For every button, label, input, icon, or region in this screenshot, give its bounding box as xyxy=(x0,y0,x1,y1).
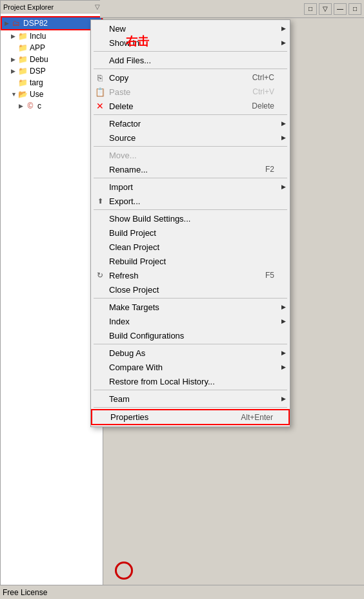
separator-10 xyxy=(94,407,287,408)
explorer-title: Project Explorer xyxy=(3,3,54,11)
menu-item-rebuild-project[interactable]: Rebuild Project xyxy=(91,254,290,268)
submenu-arrow-icon: ▶ xyxy=(281,350,286,356)
menu-item-add-files[interactable]: Add Files... xyxy=(91,53,290,67)
menu-item-debug-as[interactable]: Debug As ▶ xyxy=(91,346,290,360)
separator-5 xyxy=(94,178,287,178)
copy-icon: ⎘ xyxy=(95,72,105,83)
menu-item-refresh-label: Refresh xyxy=(109,271,252,280)
tree-item-label: Use xyxy=(30,90,43,99)
menu-item-rebuild-project-label: Rebuild Project xyxy=(109,257,274,266)
menu-item-import-label: Import xyxy=(109,182,274,192)
menu-item-properties-shortcut: Alt+Enter xyxy=(241,413,273,422)
separator-2 xyxy=(94,68,287,69)
project-explorer-panel: Project Explorer ▽ ▶ 🗂 DSP82 ▶ 📁 Inclu ▶… xyxy=(0,0,103,599)
explorer-collapse-icon[interactable]: ▽ xyxy=(95,3,100,10)
menu-item-team-label: Team xyxy=(109,394,274,404)
menu-item-index[interactable]: Index ▶ xyxy=(91,314,290,328)
menu-item-show-in[interactable]: Show In ▶ xyxy=(91,36,290,50)
tree-item-label: Debu xyxy=(30,55,48,64)
menu-item-refresh-shortcut: F5 xyxy=(265,271,274,280)
menu-item-refresh[interactable]: ↻ Refresh F5 xyxy=(91,268,290,282)
separator-8 xyxy=(94,344,287,344)
separator-6 xyxy=(94,209,287,210)
menu-item-delete[interactable]: ✕ Delete Delete xyxy=(91,99,290,113)
tree-item-dsp[interactable]: ▶ 📁 DSP xyxy=(1,65,103,77)
arrow-icon: ▼ xyxy=(11,91,17,98)
status-bar: Free License xyxy=(0,585,364,599)
folder-icon: 📁 xyxy=(17,78,28,88)
menu-item-new[interactable]: New ▶ xyxy=(91,21,290,36)
menu-item-paste[interactable]: 📋 Paste Ctrl+V xyxy=(91,85,290,99)
folder-icon: 📁 xyxy=(17,43,28,53)
tree-item-project[interactable]: ▶ 🗂 DSP82 xyxy=(1,16,103,30)
tree-item-c[interactable]: ▶ © c xyxy=(1,100,103,112)
menu-item-delete-label: Delete xyxy=(109,101,239,111)
menu-item-delete-shortcut: Delete xyxy=(252,101,274,110)
arrow-icon: ▶ xyxy=(11,33,17,39)
menu-item-rename-shortcut: F2 xyxy=(265,165,274,174)
tree-item-inclu[interactable]: ▶ 📁 Inclu xyxy=(1,30,103,42)
separator-7 xyxy=(94,298,287,299)
submenu-arrow-icon: ▶ xyxy=(281,120,286,127)
menu-item-rename-label: Rename... xyxy=(109,165,252,174)
menu-item-make-targets[interactable]: Make Targets ▶ xyxy=(91,300,290,314)
menu-item-restore-history[interactable]: Restore from Local History... xyxy=(91,374,290,388)
explorer-title-bar: Project Explorer ▽ xyxy=(1,1,103,14)
menu-item-copy[interactable]: ⎘ Copy Ctrl+C xyxy=(91,70,290,85)
menu-item-export-label: Export... xyxy=(109,196,274,206)
context-menu: New ▶ Show In ▶ Add Files... ⎘ Copy Ctrl… xyxy=(90,19,290,427)
submenu-arrow-icon: ▶ xyxy=(281,304,286,310)
menu-item-export[interactable]: ⬆ Export... xyxy=(91,194,290,208)
toolbar-btn-1[interactable]: □ xyxy=(304,3,317,15)
toolbar-btn-4[interactable]: □ xyxy=(349,3,361,15)
tree-item-targ[interactable]: ▶ 📁 targ xyxy=(1,77,103,89)
menu-item-rename[interactable]: Rename... F2 xyxy=(91,162,290,176)
toolbar-btn-3[interactable]: — xyxy=(334,3,347,15)
submenu-arrow-icon: ▶ xyxy=(281,25,286,32)
arrow-icon: ▶ xyxy=(19,103,25,109)
menu-item-show-build-settings-label: Show Build Settings... xyxy=(109,214,274,224)
tree-item-label: Inclu xyxy=(30,32,46,41)
menu-item-refactor-label: Refactor xyxy=(109,119,274,129)
menu-item-copy-label: Copy xyxy=(109,73,239,83)
tree-item-label: targ xyxy=(30,78,43,87)
menu-item-paste-shortcut: Ctrl+V xyxy=(252,87,274,96)
menu-item-import[interactable]: Import ▶ xyxy=(91,180,290,194)
menu-item-move[interactable]: Move... xyxy=(91,148,290,162)
tree-item-debu[interactable]: ▶ 📁 Debu xyxy=(1,54,103,65)
menu-item-clean-project-label: Clean Project xyxy=(109,242,274,252)
explorer-tree: ▶ 🗂 DSP82 ▶ 📁 Inclu ▶ 📁 APP ▶ 📁 Debu ▶ 📁… xyxy=(1,14,103,114)
submenu-arrow-icon: ▶ xyxy=(281,395,286,402)
menu-item-compare-with[interactable]: Compare With ▶ xyxy=(91,360,290,374)
menu-item-build-configurations[interactable]: Build Configurations xyxy=(91,328,290,342)
folder-icon: 📂 xyxy=(17,89,28,100)
menu-item-new-label: New xyxy=(109,24,274,34)
menu-item-clean-project[interactable]: Clean Project xyxy=(91,240,290,254)
cursor-circle xyxy=(115,562,133,580)
folder-icon: 📁 xyxy=(17,31,28,41)
arrow-icon: ▶ xyxy=(5,20,11,26)
menu-item-copy-shortcut: Ctrl+C xyxy=(252,73,274,82)
menu-item-index-label: Index xyxy=(109,317,274,326)
menu-item-team[interactable]: Team ▶ xyxy=(91,392,290,406)
right-click-annotation: 右击 xyxy=(126,34,149,49)
menu-item-move-label: Move... xyxy=(109,151,274,160)
menu-item-properties[interactable]: Properties Alt+Enter xyxy=(91,409,290,425)
separator-4 xyxy=(94,146,287,147)
folder-icon: 📁 xyxy=(17,66,28,76)
menu-item-build-project[interactable]: Build Project xyxy=(91,226,290,240)
submenu-arrow-icon: ▶ xyxy=(281,364,286,370)
tree-item-use[interactable]: ▼ 📂 Use xyxy=(1,89,103,100)
menu-item-show-build-settings[interactable]: Show Build Settings... xyxy=(91,211,290,226)
menu-item-refactor[interactable]: Refactor ▶ xyxy=(91,116,290,131)
menu-item-source[interactable]: Source ▶ xyxy=(91,131,290,145)
menu-item-restore-history-label: Restore from Local History... xyxy=(109,377,274,386)
delete-icon: ✕ xyxy=(95,101,105,111)
tree-item-label: APP xyxy=(30,43,45,52)
menu-item-close-project[interactable]: Close Project xyxy=(91,282,290,297)
tree-item-app[interactable]: ▶ 📁 APP xyxy=(1,42,103,54)
menu-item-add-files-label: Add Files... xyxy=(109,56,274,65)
paste-icon: 📋 xyxy=(95,87,105,97)
submenu-arrow-icon: ▶ xyxy=(281,184,286,190)
toolbar-btn-2[interactable]: ▽ xyxy=(319,3,332,15)
